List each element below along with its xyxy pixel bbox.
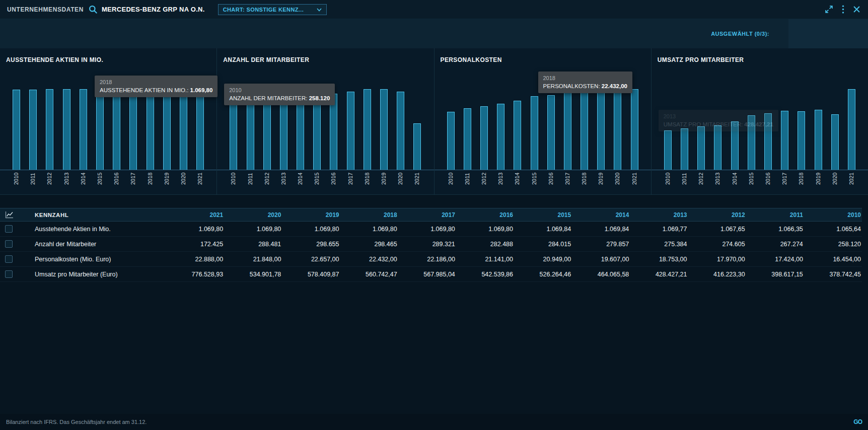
chart-bar[interactable] bbox=[230, 100, 237, 170]
chart-bar[interactable] bbox=[280, 95, 287, 170]
axis-year-label: 2018 bbox=[798, 173, 805, 194]
chart-bar[interactable] bbox=[464, 108, 471, 170]
axis-year-label: 2019 bbox=[380, 173, 388, 194]
chart-xaxis-labels: 2010201120122013201420152016201720182019… bbox=[435, 170, 651, 194]
axis-year-label: 2011 bbox=[464, 173, 471, 194]
expand-icon[interactable] bbox=[825, 6, 833, 13]
axis-year-label: 2015 bbox=[531, 173, 538, 194]
chart-bar[interactable] bbox=[631, 89, 638, 170]
axis-year-label: 2010 bbox=[230, 173, 237, 194]
chart-type-select[interactable]: CHART: SONSTIGE KENNZ... bbox=[218, 4, 327, 15]
chart-bar[interactable] bbox=[13, 90, 20, 170]
kebab-menu-icon[interactable] bbox=[842, 5, 844, 14]
chart-bar[interactable] bbox=[63, 89, 70, 170]
chart-bar[interactable] bbox=[531, 96, 538, 170]
axis-year-label: 2020 bbox=[614, 173, 621, 194]
row-value: 542.539,86 bbox=[456, 271, 514, 278]
chart-bar[interactable] bbox=[46, 89, 53, 170]
axis-year-label: 2020 bbox=[180, 173, 187, 194]
chart-type-select-value: CHART: SONSTIGE KENNZ... bbox=[223, 7, 304, 13]
row-value: 560.742,47 bbox=[340, 271, 398, 278]
row-value: 1.067,65 bbox=[688, 226, 746, 233]
chart-bar[interactable] bbox=[380, 89, 388, 170]
chart-xaxis-labels: 2010201120122013201420152016201720182019… bbox=[652, 170, 868, 194]
chart-bar[interactable] bbox=[263, 96, 271, 170]
table-header-year: 2016 bbox=[456, 211, 514, 219]
chart-toggle-icon[interactable] bbox=[5, 211, 14, 219]
chart-bar[interactable] bbox=[397, 92, 404, 170]
axis-year-label: 2011 bbox=[681, 173, 688, 194]
row-value: 534.901,78 bbox=[224, 271, 282, 278]
chart-tooltip: 2013 UMSATZ PRO MITARBEITER: 428.427,21 bbox=[659, 110, 778, 131]
chart-bar[interactable] bbox=[447, 112, 455, 170]
chart-tooltip: 2018 AUSSTEHENDE AKTIEN IN MIO.: 1.069,8… bbox=[95, 76, 218, 97]
axis-year-label: 2016 bbox=[764, 173, 772, 194]
chart-bar[interactable] bbox=[96, 89, 104, 170]
chart-bar[interactable] bbox=[581, 91, 588, 170]
row-checkbox[interactable] bbox=[5, 255, 13, 263]
chart-bar[interactable] bbox=[514, 101, 521, 170]
table-header-row: KENNZAHL20212020201920182017201620152014… bbox=[0, 208, 862, 222]
chart-bar[interactable] bbox=[697, 126, 705, 170]
chart-bar[interactable] bbox=[681, 128, 688, 170]
table-row: Umsatz pro Mitarbeiter (Euro)776.528,935… bbox=[0, 267, 862, 282]
chart-bar[interactable] bbox=[848, 89, 855, 170]
chart-bar[interactable] bbox=[815, 110, 822, 170]
axis-year-label: 2015 bbox=[748, 173, 755, 194]
row-value: 578.409,87 bbox=[282, 271, 340, 278]
tooltip-year: 2018 bbox=[100, 79, 212, 85]
chart-bar[interactable] bbox=[196, 89, 204, 170]
chart-bar[interactable] bbox=[180, 89, 187, 170]
chart-bar[interactable] bbox=[129, 89, 137, 170]
chart-bar[interactable] bbox=[413, 123, 421, 170]
chart-panel-1: AUSSTEHENDE AKTIEN IN MIO. 2010201120122… bbox=[0, 48, 216, 194]
chart-bar[interactable] bbox=[113, 89, 120, 170]
chart-bar[interactable] bbox=[614, 93, 621, 170]
chart-bar[interactable] bbox=[297, 94, 304, 170]
row-checkbox-cell bbox=[0, 225, 22, 233]
chart-bar[interactable] bbox=[247, 98, 254, 170]
tooltip-year: 2013 bbox=[664, 113, 773, 119]
topbar: UNTERNEHMENSDATEN MERCEDES-BENZ GRP NA O… bbox=[0, 0, 868, 19]
search-control[interactable]: MERCEDES-BENZ GRP NA O.N. bbox=[89, 5, 205, 14]
chart-panel-4: UMSATZ PRO MITARBEITER 20102011201220132… bbox=[651, 48, 868, 194]
chart-bar[interactable] bbox=[664, 130, 672, 170]
chart-bar[interactable] bbox=[497, 104, 504, 170]
chart-bar[interactable] bbox=[564, 92, 571, 170]
table-header-kennzahl: KENNZAHL bbox=[22, 212, 166, 218]
row-checkbox-cell bbox=[0, 255, 22, 263]
chart-bar[interactable] bbox=[364, 89, 371, 170]
close-icon[interactable] bbox=[853, 6, 860, 13]
chart-bar[interactable] bbox=[597, 90, 605, 170]
axis-year-label: 2016 bbox=[113, 173, 120, 194]
chart-bar[interactable] bbox=[147, 89, 154, 170]
chart-bar[interactable] bbox=[798, 111, 805, 170]
chart-bar[interactable] bbox=[163, 89, 171, 170]
chart-bar[interactable] bbox=[29, 90, 37, 170]
search-icon[interactable] bbox=[89, 5, 98, 14]
row-value: 274.605 bbox=[688, 241, 746, 248]
chart-bar[interactable] bbox=[714, 125, 721, 170]
row-value: 22.888,00 bbox=[166, 256, 224, 263]
chart-bar[interactable] bbox=[831, 114, 839, 170]
axis-year-label: 2021 bbox=[413, 173, 421, 194]
row-checkbox[interactable] bbox=[5, 240, 13, 248]
table-header-year: 2011 bbox=[746, 211, 804, 219]
axis-year-label: 2016 bbox=[547, 173, 555, 194]
row-checkbox[interactable] bbox=[5, 270, 13, 278]
row-value: 1.065,64 bbox=[804, 226, 862, 233]
axis-year-label: 2020 bbox=[831, 173, 839, 194]
row-checkbox-cell bbox=[0, 240, 22, 248]
chart-bar[interactable] bbox=[80, 89, 87, 170]
chart-bar[interactable] bbox=[480, 106, 488, 170]
row-value: 1.069,80 bbox=[456, 226, 514, 233]
row-value: 1.069,84 bbox=[572, 226, 630, 233]
axis-year-label: 2019 bbox=[597, 173, 605, 194]
chart-bar[interactable] bbox=[547, 95, 555, 170]
row-checkbox[interactable] bbox=[5, 225, 13, 233]
chart-bar[interactable] bbox=[347, 92, 354, 170]
chart-bar[interactable] bbox=[781, 111, 788, 170]
row-value: 289.321 bbox=[398, 241, 456, 248]
axis-year-label: 2017 bbox=[129, 173, 137, 194]
row-value: 416.223,30 bbox=[688, 271, 746, 278]
